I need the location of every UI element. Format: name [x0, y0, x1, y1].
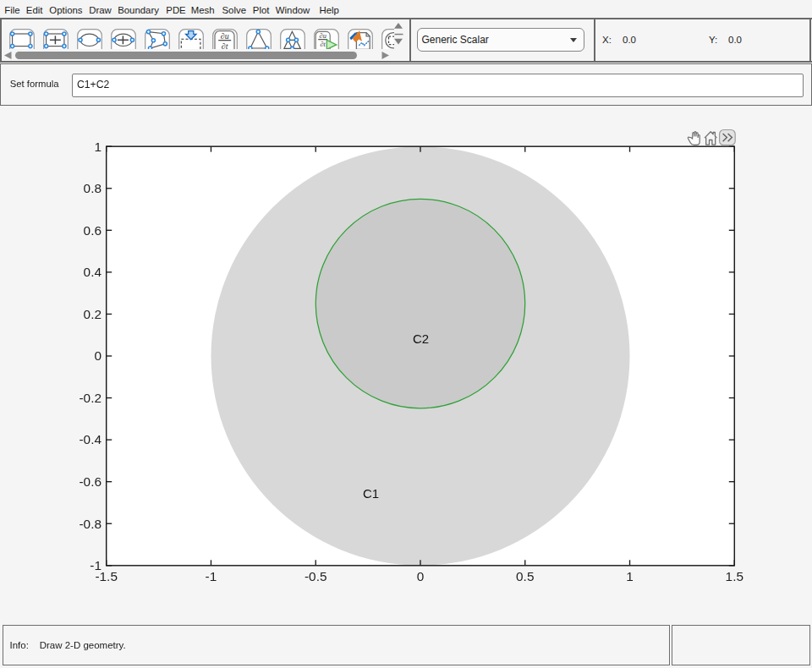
svg-text:0: 0	[417, 569, 425, 583]
svg-text:C1: C1	[363, 486, 379, 501]
svg-text:1.5: 1.5	[726, 569, 743, 583]
svg-text:-0.6: -0.6	[79, 474, 102, 489]
svg-text:0: 0	[94, 348, 102, 363]
svg-text:1: 1	[626, 569, 634, 583]
svg-text:∂u: ∂u	[320, 32, 326, 40]
svg-text:1: 1	[94, 140, 102, 154]
svg-text:0.2: 0.2	[84, 307, 102, 321]
svg-text:-0.5: -0.5	[304, 569, 327, 583]
svg-text:0.5: 0.5	[516, 569, 534, 583]
svg-text:-0.2: -0.2	[79, 391, 102, 405]
svg-text:∂t: ∂t	[320, 41, 326, 48]
svg-text:C2: C2	[413, 331, 429, 346]
svg-text:0.4: 0.4	[84, 265, 102, 279]
svg-text:-0.8: -0.8	[79, 517, 102, 531]
svg-text:0.6: 0.6	[84, 223, 102, 238]
svg-text:-1: -1	[206, 569, 217, 583]
svg-text:-0.4: -0.4	[79, 432, 102, 446]
svg-text:∂u: ∂u	[221, 31, 229, 41]
svg-text:0.8: 0.8	[84, 181, 102, 195]
svg-text:-1: -1	[90, 558, 102, 572]
